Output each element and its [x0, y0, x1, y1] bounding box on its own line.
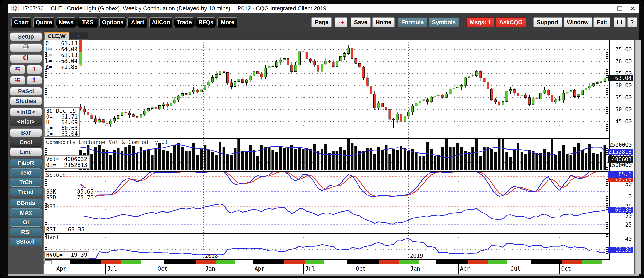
date-axis-month-label: Oct — [158, 266, 168, 272]
toolbar-quote-button[interactable]: Quote — [33, 17, 54, 27]
calendar-segment — [562, 260, 582, 264]
ohlc-readout-row: O=61.18 — [46, 40, 78, 46]
volume-blue-badge: 2152813 — [608, 149, 632, 155]
shift-vertical-button[interactable] — [26, 65, 42, 74]
intraday-button[interactable]: <IntD> — [10, 108, 42, 116]
calendar-segment — [164, 260, 196, 264]
main-toolbar: ChartQuoteNewsT&SOptionsAlertAllConTrade… — [8, 13, 639, 31]
toolbar-news-button[interactable]: News — [56, 17, 76, 27]
open-interest-button[interactable]: OI — [10, 218, 42, 227]
shift-horizontal-button[interactable] — [10, 65, 25, 74]
toolbar-trade-button[interactable]: Trade — [174, 17, 194, 27]
candlestick-button[interactable]: Cndl — [10, 138, 42, 147]
home-button[interactable]: Home — [372, 17, 395, 27]
minimize-button[interactable]: — — [600, 4, 613, 13]
calendar-segment — [253, 260, 284, 264]
sstoch-label: SSD= — [46, 195, 60, 201]
toolbar-alert-button[interactable]: Alert — [128, 17, 148, 27]
workspace: SetupReSclStudies<IntD><Hist>BarCndlLine… — [8, 31, 639, 276]
trend-channel-button[interactable]: TrCh — [10, 178, 42, 187]
calendar-segment — [399, 260, 418, 264]
rescale-button[interactable]: ReScl — [10, 87, 42, 96]
support-button[interactable]: Support — [533, 17, 562, 27]
toolbar-rfqs-button[interactable]: RFQs — [196, 17, 216, 27]
moving-average-button[interactable]: MAx — [10, 209, 42, 217]
compress-horizontal-button[interactable] — [10, 76, 25, 85]
toolbar-ts-button[interactable]: T&S — [78, 17, 98, 27]
snap-button[interactable] — [10, 54, 42, 63]
tooltip-label: L= — [46, 125, 53, 131]
line-chart-button[interactable]: Line — [10, 148, 42, 156]
new-tab-button[interactable]: + — [70, 32, 88, 40]
hvol-value-row: HVOL=19.39 — [46, 252, 87, 258]
toolbar-options-button[interactable]: Options — [100, 17, 126, 27]
save-button[interactable]: Save — [351, 17, 371, 27]
studies-button[interactable]: Studies — [10, 97, 42, 105]
hvol-blue-badge: 19.39 — [608, 247, 632, 253]
date-axis-tick — [458, 264, 459, 274]
sstoch-value: 75.76 — [77, 195, 94, 201]
resize-button[interactable]: -+ — [335, 17, 348, 27]
calendar-segment — [196, 260, 216, 264]
volume-label: OI= — [46, 162, 56, 168]
tab-cle-weekly[interactable]: CLE,W — [44, 32, 69, 40]
tooltip-row: C=63.04 — [46, 131, 78, 137]
rsi-label: RSI= — [46, 227, 60, 233]
tooltip-label: O= — [46, 114, 53, 120]
calendar-segment — [507, 260, 531, 264]
chart-canvas[interactable] — [44, 40, 634, 274]
toolbar-more-button[interactable]: More — [218, 17, 238, 27]
askcqg-button[interactable]: AskCQG — [496, 17, 526, 27]
bollinger-bands-button[interactable]: BBnds — [10, 199, 42, 207]
text-tool-button[interactable]: Text — [10, 169, 42, 177]
messages-button[interactable]: Msgs: 1 — [466, 17, 494, 27]
calendar-segment — [140, 260, 164, 264]
swap-horizontal-icon — [14, 66, 21, 73]
symbols-button[interactable]: Symbols — [429, 17, 459, 27]
compress-vertical-button[interactable] — [26, 76, 42, 85]
vertical-scrollbar[interactable] — [634, 40, 641, 274]
calendar-segment — [582, 260, 602, 264]
toolbar-allcon-button[interactable]: AllCon — [149, 17, 172, 27]
rsi-button[interactable]: RSI — [10, 228, 42, 236]
calendar-segment — [216, 260, 235, 264]
date-axis-tick — [560, 264, 560, 274]
fibonacci-button[interactable]: FiboR — [10, 159, 42, 167]
trendline-button[interactable]: Trend — [10, 188, 42, 196]
ohlc-readout: O=61.18H=64.09L=61.13L=63.04Δ=+1.86 — [46, 40, 78, 70]
setup-button[interactable]: Setup — [10, 32, 42, 41]
page-button[interactable]: Page — [312, 17, 332, 27]
date-axis: AprJulOctJanAprJulOctJanAprJulOct — [44, 264, 634, 274]
close-button[interactable]: ✕ — [626, 4, 639, 13]
volume-value: 2152813 — [64, 162, 87, 168]
date-axis-tick — [509, 264, 509, 274]
date-axis-month-label: Jul — [107, 266, 117, 272]
calendar-segment — [52, 260, 70, 264]
toolbar-left-group: ChartQuoteNewsT&SOptionsAlertAllConTrade… — [12, 17, 238, 27]
maximize-button[interactable]: ☐ — [613, 4, 626, 13]
calendar-segment — [121, 260, 140, 264]
historical-button[interactable]: <Hist> — [10, 117, 42, 126]
exit-button[interactable]: Exit — [594, 17, 611, 27]
date-axis-month-label: Jul — [510, 266, 520, 272]
formula-button[interactable]: Formula — [398, 17, 427, 27]
help-button[interactable]: ? — [627, 17, 638, 27]
cqg-logo-icon — [12, 5, 18, 12]
window-button[interactable]: Window — [564, 17, 592, 27]
rsi-blue-badge: 69.36 — [608, 207, 632, 213]
calendar-segment — [436, 260, 468, 264]
date-axis-tick — [105, 264, 106, 274]
slow-stochastic-button[interactable]: SStoch — [10, 238, 42, 246]
toolbar-right-group: Page-+SaveHomeFormulaSymbolsMsgs: 1AskCQ… — [312, 17, 637, 27]
tooltip-date: 30 Dec 19 — [46, 108, 78, 114]
toolbar-chart-button[interactable]: Chart — [12, 17, 32, 27]
sstoch-value-box: SSK=85.65SSD=75.76 — [44, 188, 96, 201]
bar-chart-button[interactable]: Bar — [10, 128, 42, 137]
sstoch-blue-badge: 85.6 — [608, 171, 632, 178]
restore-window-button[interactable]: ❐ — [614, 17, 626, 27]
readout-label: O= — [46, 40, 52, 46]
ohlc-readout-row: H=64.09 — [46, 46, 78, 52]
print-button[interactable] — [10, 43, 42, 52]
tab-strip: CLE,W+ — [44, 31, 639, 40]
chart-window[interactable]: O=61.18H=64.09L=61.13L=63.04Δ=+1.8630 De… — [44, 40, 634, 274]
